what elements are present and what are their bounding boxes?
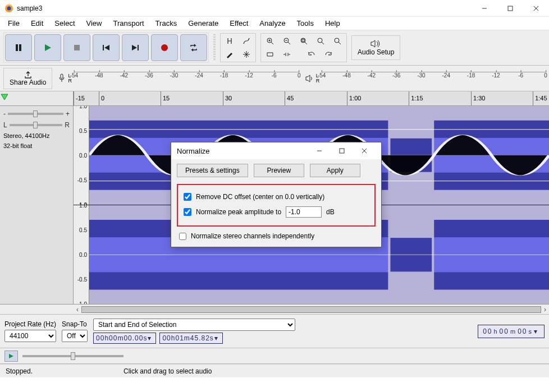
draw-tool-icon[interactable] [222,48,237,61]
skip-start-button[interactable] [93,34,120,61]
preview-button[interactable]: Preview [254,164,304,177]
apply-button[interactable]: Apply [310,164,360,177]
window-close-button[interactable] [523,0,549,17]
menu-file[interactable]: File [2,17,25,29]
amplitude-axis-label: 1.0 [79,106,87,109]
dialog-titlebar[interactable]: Normalize [171,142,381,159]
amplitude-axis-label: 0.0 [79,251,87,257]
dialog-maximize-button[interactable] [331,143,353,159]
track-control-panel[interactable]: - + L R Stereo, 44100Hz 32-bit float [0,106,74,304]
meter-tick: -36 [145,72,153,79]
svg-marker-11 [104,45,109,50]
envelope-tool-icon[interactable] [239,35,254,47]
undo-icon[interactable] [304,48,319,61]
play-button[interactable] [34,34,61,61]
menu-tools[interactable]: Tools [291,17,319,29]
dialog-close-button[interactable] [353,143,376,159]
normalize-peak-checkbox[interactable] [184,208,191,216]
scroll-left-icon[interactable]: ‹ [74,306,81,313]
selection-start-time[interactable]: 00h00m00.00s▾ [93,333,156,344]
zoom-in-icon[interactable] [262,35,278,47]
menu-generate[interactable]: Generate [182,17,224,29]
playhead-icon[interactable] [0,93,9,104]
status-hint: Click and drag to select audio [123,367,225,375]
svg-marker-13 [132,45,137,50]
snap-to-select[interactable]: Off [62,330,88,342]
audio-setup-button[interactable]: Audio Setup [351,35,400,60]
scrollbar-thumb[interactable] [81,306,541,313]
presets-settings-button[interactable]: Presets & settings [177,164,248,177]
selection-end-time[interactable]: 00h01m45.82s▾ [159,333,222,344]
trim-icon[interactable] [262,48,278,61]
svg-point-25 [318,38,322,43]
svg-rect-12 [138,45,139,50]
loop-button[interactable] [180,34,207,61]
zoom-out-icon[interactable] [279,35,295,47]
selection-range-mode[interactable]: Start and End of Selection [93,319,295,331]
pan-right-label: R [65,121,70,129]
window-maximize-button[interactable] [497,0,523,17]
playback-meter[interactable]: LR -54-48-42-36-30-24-18-12-60 [305,72,546,85]
status-state: Stopped. [6,367,107,375]
svg-rect-36 [89,129,549,130]
svg-rect-10 [103,45,104,50]
stop-button[interactable] [63,34,90,61]
svg-point-27 [335,38,339,43]
menu-analyze[interactable]: Analyze [254,17,291,29]
multi-tool-icon[interactable] [239,48,254,61]
silence-icon[interactable] [279,48,295,61]
gain-slider[interactable]: - + [3,109,70,118]
zoom-toggle-icon[interactable] [330,35,345,47]
db-unit-label: dB [326,208,335,216]
menu-edit[interactable]: Edit [25,17,49,29]
amplitude-axis-label: 0.5 [79,127,87,133]
normalize-independently-label: Normalize stereo channels independently [191,232,314,240]
track-bitdepth-label: 32-bit float [3,142,70,150]
menu-tracks[interactable]: Tracks [150,17,183,29]
status-bar: Stopped. Click and drag to select audio [0,364,549,377]
toolbar-spacer [296,48,303,61]
window-minimize-button[interactable] [472,0,497,17]
remove-dc-offset-checkbox[interactable] [184,193,191,201]
timeline-ruler[interactable]: -1501530451:001:151:301:45 [0,91,549,106]
skip-end-button[interactable] [122,34,149,61]
menu-effect[interactable]: Effect [224,17,254,29]
selection-tool-icon[interactable] [222,35,237,47]
dialog-minimize-button[interactable] [308,143,331,159]
share-audio-button[interactable]: Share Audio [3,68,52,89]
menu-view[interactable]: View [81,17,108,29]
menu-transport[interactable]: Transport [107,17,149,29]
normalize-independently-checkbox[interactable] [179,233,186,240]
audio-setup-label: Audio Setup [358,48,394,56]
timeline-mark: 30 [223,91,232,105]
timeline-mark: 1:00 [347,91,361,105]
share-icon [24,71,33,79]
meter-tick: -12 [492,72,500,79]
record-meter[interactable]: LR -54-48-42-36-30-24-18-12-60 [58,72,299,85]
amplitude-axis-label: -0.5 [77,276,87,282]
play-at-speed-button[interactable] [4,351,18,362]
fit-selection-icon[interactable] [296,35,312,47]
meter-tick: -18 [467,72,475,79]
meter-tick: -48 [342,72,350,79]
scroll-right-icon[interactable]: › [541,306,549,313]
time-position-display[interactable]: 00h00m00s▾ [478,325,545,338]
svg-line-28 [338,42,341,44]
share-audio-label: Share Audio [10,79,46,86]
meter-tick: -6 [272,72,277,79]
menu-help[interactable]: Help [319,17,346,29]
record-button[interactable] [151,34,178,61]
fit-project-icon[interactable] [313,35,328,47]
pause-button[interactable] [5,34,32,61]
meter-tick: -36 [392,72,400,79]
project-rate-select[interactable]: 44100 [4,330,56,342]
svg-point-22 [301,38,305,43]
pan-slider[interactable]: L R [3,121,70,130]
amplitude-axis-label: 1.0 [79,202,87,208]
horizontal-scrollbar[interactable]: ‹ › [0,305,549,315]
peak-db-input[interactable] [286,206,322,218]
redo-icon[interactable] [321,48,336,61]
playback-speed-slider[interactable] [22,355,123,357]
amplitude-axis-label: 0.5 [79,227,87,233]
menu-select[interactable]: Select [49,17,80,29]
